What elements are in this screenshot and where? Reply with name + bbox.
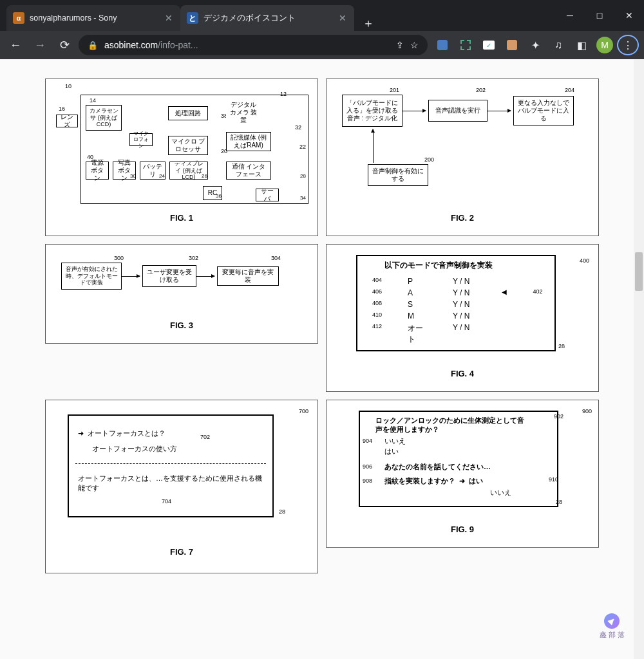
new-tab-button[interactable]: ＋	[358, 10, 379, 36]
fig2-caption: FIG. 2	[327, 208, 598, 230]
watermark: 鑫 部 落	[600, 613, 625, 640]
tab-strip: α sonyalpharumors - Sony ✕ と デジカメのボイスコント…	[0, 0, 555, 31]
tab-1[interactable]: α sonyalpharumors - Sony ✕	[6, 5, 180, 31]
extensions-icon[interactable]: ✦	[524, 35, 546, 55]
figure-7: 700 ➜ オートフォーカスとは？ 702 オートフォーカスの使い方 オートフォ…	[45, 400, 318, 573]
media-icon[interactable]: ♫	[547, 35, 569, 55]
close-icon[interactable]: ✕	[164, 13, 174, 23]
ext-icon-4[interactable]	[501, 35, 523, 55]
scrollbar-thumb[interactable]	[635, 252, 643, 291]
fig4-caption: FIG. 4	[327, 364, 598, 386]
ext-icon-3[interactable]: ✓	[478, 35, 500, 55]
window-controls: ─ □ ✕	[555, 0, 644, 31]
figure-2: 201 「バルブモードに入る」を受け取る 音声 : デジタル化 202 音声認識…	[326, 79, 599, 236]
star-icon[interactable]: ☆	[410, 40, 419, 50]
ext-icon-2[interactable]	[455, 35, 477, 55]
avatar[interactable]: M	[594, 35, 616, 55]
favicon-alpha-icon: α	[13, 12, 24, 24]
fig9-caption: FIG. 9	[327, 519, 598, 542]
minimize-icon[interactable]: ─	[555, 0, 585, 31]
share-icon[interactable]: ⇪	[396, 40, 404, 50]
figure-3: 300 音声が有効にされた時、デフォルトモードで実装 302 ユーザ変更を受け取…	[45, 244, 318, 344]
ext-icon-1[interactable]	[431, 35, 453, 55]
titlebar: α sonyalpharumors - Sony ✕ と デジカメのボイスコント…	[0, 0, 644, 31]
tab-2-active[interactable]: と デジカメのボイスコント ✕	[180, 5, 354, 31]
fig1-caption: FIG. 1	[46, 208, 317, 230]
figure-1: 10 12 レンズ 16 カメラセンサ (例えばCCD) 14 マイクロフォン …	[45, 79, 318, 236]
page-content: 10 12 レンズ 16 カメラセンサ (例えばCCD) 14 マイクロフォン …	[0, 59, 644, 659]
maximize-icon[interactable]: □	[585, 0, 614, 31]
fig3-caption: FIG. 3	[46, 315, 317, 338]
extension-icons: ✓ ✦ ♫ ◧ M ⋮	[431, 35, 639, 55]
address-bar[interactable]: 🔒 asobinet.com/info-pat... ⇪ ☆	[79, 35, 428, 55]
url-text: asobinet.com/info-pat...	[104, 40, 390, 50]
panel-icon[interactable]: ◧	[571, 35, 592, 55]
figure-4: 400 以下のモードで音声制御を実装 404PY / N 406AY / N◀4…	[326, 244, 599, 392]
tab-title: sonyalpharumors - Sony	[30, 14, 158, 23]
close-window-icon[interactable]: ✕	[614, 0, 644, 31]
fig7-caption: FIG. 7	[46, 542, 317, 564]
lock-icon: 🔒	[88, 41, 98, 50]
back-button[interactable]: ←	[5, 35, 26, 55]
favicon-to-icon: と	[187, 12, 198, 24]
forward-button[interactable]: →	[30, 35, 50, 55]
watermark-icon	[604, 613, 620, 629]
menu-button[interactable]: ⋮	[617, 35, 639, 55]
tab-title: デジカメのボイスコント	[204, 13, 332, 24]
toolbar: ← → ⟳ 🔒 asobinet.com/info-pat... ⇪ ☆ ✓ ✦…	[0, 31, 644, 59]
figure-9: 900 902 ロック／アンロックのために生体測定として音声を使用しますか？ 9…	[326, 400, 599, 548]
scrollbar[interactable]	[634, 59, 644, 659]
reload-button[interactable]: ⟳	[54, 35, 75, 55]
close-icon[interactable]: ✕	[337, 13, 348, 23]
